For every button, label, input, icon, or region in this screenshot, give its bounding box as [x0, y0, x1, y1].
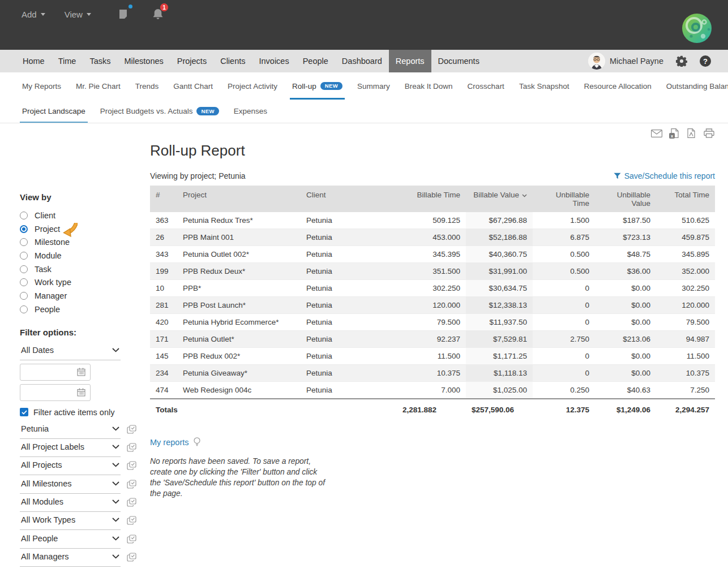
subnav-item-project-landscape[interactable]: Project Landscape	[15, 100, 93, 123]
filter-select-all-modules[interactable]: All Modules	[20, 494, 121, 512]
rollup-subnav: Project LandscapeProject Budgets vs. Act…	[0, 100, 728, 123]
main-nav-items: HomeTimeTasksMilestonesProjectsClientsIn…	[16, 50, 486, 72]
reports-subnav: My ReportsMr. Pie ChartTrendsGantt Chart…	[0, 72, 728, 100]
table-header-row: #ProjectClientBillable TimeBillable Valu…	[150, 186, 715, 212]
start-date-input[interactable]	[20, 364, 91, 381]
notes-icon[interactable]	[118, 9, 128, 19]
chevron-down-icon	[112, 348, 119, 352]
gear-icon[interactable]	[676, 55, 687, 67]
filter-select-all-managers[interactable]: All Managers	[20, 549, 121, 567]
column-header-project[interactable]: Project	[177, 186, 301, 212]
subnav-item-resource-allocation[interactable]: Resource Allocation	[576, 72, 658, 100]
subnav-item-expenses[interactable]: Expenses	[226, 100, 275, 123]
user-menu[interactable]: Michael Payne	[588, 53, 663, 70]
multiselect-icon[interactable]	[127, 443, 136, 452]
nav-item-home[interactable]: Home	[16, 50, 52, 72]
page-title: Roll-up Report	[150, 123, 715, 160]
filter-active-only-checkbox[interactable]: Filter active items only	[20, 408, 142, 417]
filter-select-all-milestones[interactable]: All Milestones	[20, 476, 121, 494]
subnav-item-roll-up[interactable]: Roll-upNEW	[285, 72, 350, 100]
filter-select-all-projects[interactable]: All Projects	[20, 458, 121, 475]
view-by-option-client[interactable]: Client	[20, 209, 142, 222]
nav-item-tasks[interactable]: Tasks	[83, 50, 117, 72]
filter-select-petunia[interactable]: Petunia	[20, 421, 121, 439]
export-pdf-icon[interactable]	[687, 128, 695, 138]
subnav-item-task-snapshot[interactable]: Task Snapshot	[512, 72, 577, 100]
content-area: x View by ClientProjectMilestoneModuleTa…	[0, 123, 728, 573]
multiselect-icon[interactable]	[127, 498, 136, 507]
subnav-item-project-budgets-vs-actuals[interactable]: Project Budgets vs. ActualsNEW	[93, 100, 226, 123]
print-icon[interactable]	[704, 128, 714, 138]
view-by-option-people[interactable]: People	[20, 303, 142, 316]
multiselect-icon[interactable]	[127, 535, 136, 544]
radio-icon	[20, 212, 28, 219]
view-by-option-project[interactable]: Project	[20, 222, 142, 236]
end-date-input[interactable]	[20, 384, 91, 401]
nav-item-projects[interactable]: Projects	[170, 50, 213, 72]
date-range-select[interactable]: All Dates	[20, 343, 121, 360]
column-header-[interactable]: #	[150, 186, 177, 212]
radio-icon	[20, 278, 28, 286]
unread-dot	[129, 5, 132, 8]
subnav-item-break-it-down[interactable]: Break It Down	[397, 72, 460, 100]
add-menu[interactable]: Add	[22, 10, 45, 19]
table-row: 363Petunia Redux Tres*Petunia509.125$67,…	[150, 212, 715, 229]
view-by-option-module[interactable]: Module	[20, 249, 142, 262]
table-row: 281PPB Post Launch*Petunia120.000$12,338…	[150, 297, 715, 314]
my-reports-link[interactable]: My reports	[150, 438, 189, 447]
view-by-option-task[interactable]: Task	[20, 262, 142, 276]
column-header-client[interactable]: Client	[301, 186, 397, 212]
view-by-option-work-type[interactable]: Work type	[20, 275, 142, 289]
email-report-icon[interactable]	[651, 130, 662, 137]
help-icon[interactable]: ?	[700, 55, 711, 67]
calendar-icon	[77, 388, 85, 397]
nav-item-dashboard[interactable]: Dashboard	[335, 50, 389, 72]
multiselect-icon[interactable]	[127, 461, 136, 470]
view-by-heading: View by	[20, 192, 142, 202]
nav-item-reports[interactable]: Reports	[389, 50, 431, 72]
column-header-unbillable-value[interactable]: Unbillable Value	[595, 186, 656, 212]
subnav-item-my-reports[interactable]: My Reports	[15, 72, 68, 100]
nav-item-documents[interactable]: Documents	[431, 50, 486, 72]
nav-item-people[interactable]: People	[296, 50, 335, 72]
subnav-item-project-activity[interactable]: Project Activity	[220, 72, 285, 100]
multiselect-icon[interactable]	[127, 480, 136, 489]
checkbox-checked-icon	[20, 408, 28, 416]
subnav-item-gantt-chart[interactable]: Gantt Chart	[166, 72, 220, 100]
multiselect-icon[interactable]	[127, 425, 136, 434]
bell-icon[interactable]: 1	[152, 8, 164, 20]
subnav-item-crosschart[interactable]: Crosschart	[460, 72, 512, 100]
subnav-item-mr-pie-chart[interactable]: Mr. Pie Chart	[68, 72, 128, 100]
view-by-option-manager[interactable]: Manager	[20, 289, 142, 303]
table-row: 474Web Redesign 004cPetunia7.000$1,025.0…	[150, 382, 715, 399]
subnav-item-summary[interactable]: Summary	[350, 72, 397, 100]
view-by-option-milestone[interactable]: Milestone	[20, 235, 142, 249]
nav-item-invoices[interactable]: Invoices	[252, 50, 296, 72]
totals-row: Totals2,281.882$257,590.0612.375$1,249.0…	[150, 399, 715, 420]
nav-item-time[interactable]: Time	[52, 50, 83, 72]
export-csv-icon[interactable]: x	[671, 128, 679, 138]
subnav-item-trends[interactable]: Trends	[128, 72, 166, 100]
rollup-table-body: 363Petunia Redux Tres*Petunia509.125$67,…	[150, 212, 715, 399]
column-header-total-time[interactable]: Total Time	[656, 186, 715, 212]
nav-item-milestones[interactable]: Milestones	[117, 50, 170, 72]
radio-icon	[20, 238, 28, 246]
column-header-billable-value[interactable]: Billable Value	[466, 186, 533, 212]
table-row: 145PPB Redux 002*Petunia11.500$1,171.250…	[150, 348, 715, 365]
multiselect-icon[interactable]	[127, 553, 136, 562]
view-menu[interactable]: View	[65, 10, 91, 19]
nav-item-clients[interactable]: Clients	[213, 50, 252, 72]
subnav-item-outstanding-balances[interactable]: Outstanding Balances	[659, 72, 728, 100]
column-header-unbillable-time[interactable]: Unbillable Time	[533, 186, 595, 212]
radio-icon	[20, 252, 28, 260]
multiselect-icon[interactable]	[127, 516, 136, 525]
funnel-icon	[614, 173, 621, 179]
main-nav: HomeTimeTasksMilestonesProjectsClientsIn…	[0, 50, 728, 72]
filter-select-all-work-types[interactable]: All Work Types	[20, 512, 121, 530]
filter-select-all-people[interactable]: All People	[20, 531, 121, 549]
sort-desc-icon	[522, 194, 527, 197]
save-schedule-link[interactable]: Save/Schedule this report	[614, 171, 715, 180]
filter-select-all-project-labels[interactable]: All Project Labels	[20, 440, 121, 457]
column-header-billable-time[interactable]: Billable Time	[397, 186, 466, 212]
app-logo[interactable]	[682, 13, 712, 44]
